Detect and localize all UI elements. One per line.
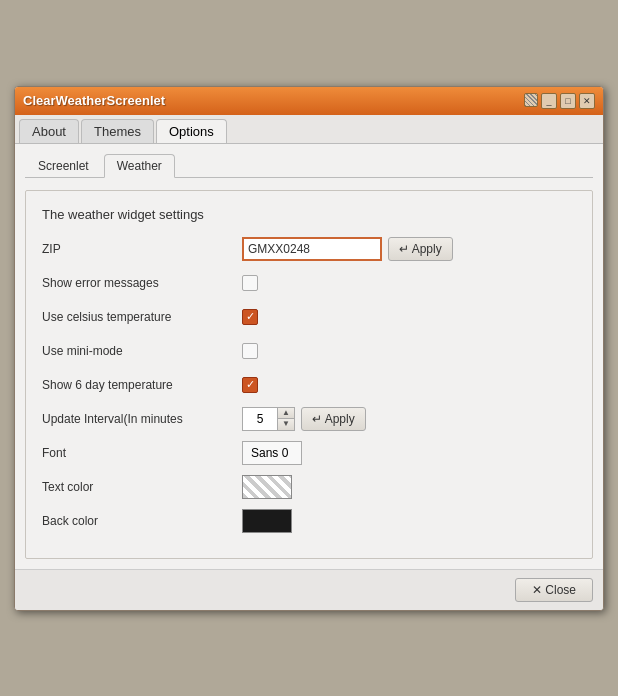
spinbox-arrows: ▲ ▼ <box>278 407 295 431</box>
show-6day-label: Show 6 day temperature <box>42 378 242 392</box>
font-row: Font Sans 0 <box>42 440 576 466</box>
window-menu-icon[interactable] <box>524 93 538 107</box>
titlebar: ClearWeatherScreenlet _ □ ✕ <box>15 87 603 115</box>
font-control: Sans 0 <box>242 441 302 465</box>
main-window: ClearWeatherScreenlet _ □ ✕ About Themes… <box>14 86 604 611</box>
zip-row: ZIP ↵ Apply <box>42 236 576 262</box>
back-color-swatch[interactable] <box>242 509 292 533</box>
font-label: Font <box>42 446 242 460</box>
update-interval-row: Update Interval(In minutes ▲ ▼ ↵ Apply <box>42 406 576 432</box>
show-error-checkbox[interactable] <box>242 275 258 291</box>
maximize-button[interactable]: □ <box>560 93 576 109</box>
use-minimode-label: Use mini-mode <box>42 344 242 358</box>
tab-about[interactable]: About <box>19 119 79 143</box>
use-minimode-control <box>242 343 258 359</box>
close-button[interactable]: ✕ <box>579 93 595 109</box>
window-controls: _ □ ✕ <box>524 93 595 109</box>
tab-options[interactable]: Options <box>156 119 227 143</box>
interval-apply-button[interactable]: ↵ Apply <box>301 407 366 431</box>
bottom-bar: ✕ Close <box>15 569 603 610</box>
section-title: The weather widget settings <box>42 207 576 222</box>
zip-input[interactable] <box>242 237 382 261</box>
text-color-row: Text color <box>42 474 576 500</box>
use-minimode-checkbox[interactable] <box>242 343 258 359</box>
back-color-label: Back color <box>42 514 242 528</box>
use-celsius-checkbox[interactable]: ✓ <box>242 309 258 325</box>
spinbox-down-arrow[interactable]: ▼ <box>278 419 294 430</box>
use-minimode-row: Use mini-mode <box>42 338 576 364</box>
zip-apply-button[interactable]: ↵ Apply <box>388 237 453 261</box>
back-color-control <box>242 509 292 533</box>
use-celsius-label: Use celsius temperature <box>42 310 242 324</box>
tab-themes[interactable]: Themes <box>81 119 154 143</box>
back-color-row: Back color <box>42 508 576 534</box>
show-error-row: Show error messages <box>42 270 576 296</box>
tab-screenlet[interactable]: Screenlet <box>25 154 102 177</box>
text-color-swatch[interactable] <box>242 475 292 499</box>
settings-panel: The weather widget settings ZIP ↵ Apply … <box>25 190 593 559</box>
font-display[interactable]: Sans 0 <box>242 441 302 465</box>
text-color-label: Text color <box>42 480 242 494</box>
close-dialog-button[interactable]: ✕ Close <box>515 578 593 602</box>
use-celsius-control: ✓ <box>242 309 258 325</box>
show-error-control <box>242 275 258 291</box>
show-error-label: Show error messages <box>42 276 242 290</box>
zip-label: ZIP <box>42 242 242 256</box>
spinbox-up-arrow[interactable]: ▲ <box>278 408 294 419</box>
update-interval-label: Update Interval(In minutes <box>42 412 242 426</box>
tab-weather[interactable]: Weather <box>104 154 175 178</box>
update-interval-control: ▲ ▼ ↵ Apply <box>242 407 366 431</box>
minimize-button[interactable]: _ <box>541 93 557 109</box>
update-interval-spinbox: ▲ ▼ <box>242 407 295 431</box>
main-tab-bar: About Themes Options <box>15 115 603 144</box>
show-6day-control: ✓ <box>242 377 258 393</box>
update-interval-input[interactable] <box>242 407 278 431</box>
zip-control: ↵ Apply <box>242 237 453 261</box>
show-6day-checkbox[interactable]: ✓ <box>242 377 258 393</box>
content-area: Screenlet Weather The weather widget set… <box>15 144 603 569</box>
show-6day-row: Show 6 day temperature ✓ <box>42 372 576 398</box>
use-celsius-row: Use celsius temperature ✓ <box>42 304 576 330</box>
inner-tab-bar: Screenlet Weather <box>25 154 593 178</box>
window-title: ClearWeatherScreenlet <box>23 93 165 108</box>
text-color-control <box>242 475 292 499</box>
